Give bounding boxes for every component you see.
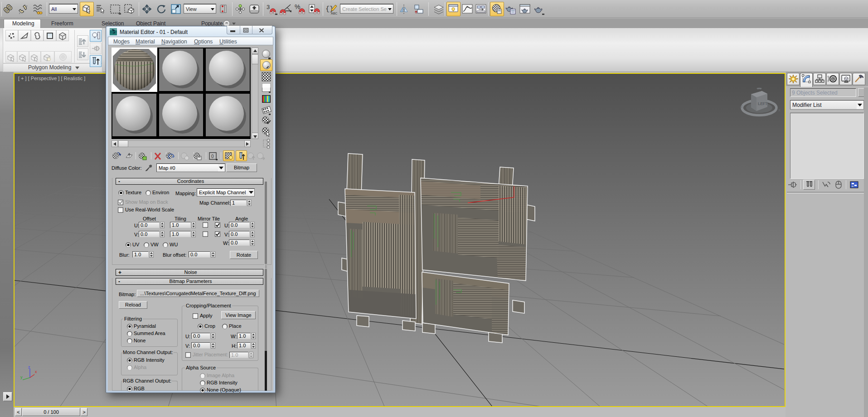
svg-text:3: 3 xyxy=(267,4,270,10)
svg-text:ABC: ABC xyxy=(331,12,337,15)
svg-text:%: % xyxy=(295,4,300,10)
svg-text:0: 0 xyxy=(211,154,214,159)
